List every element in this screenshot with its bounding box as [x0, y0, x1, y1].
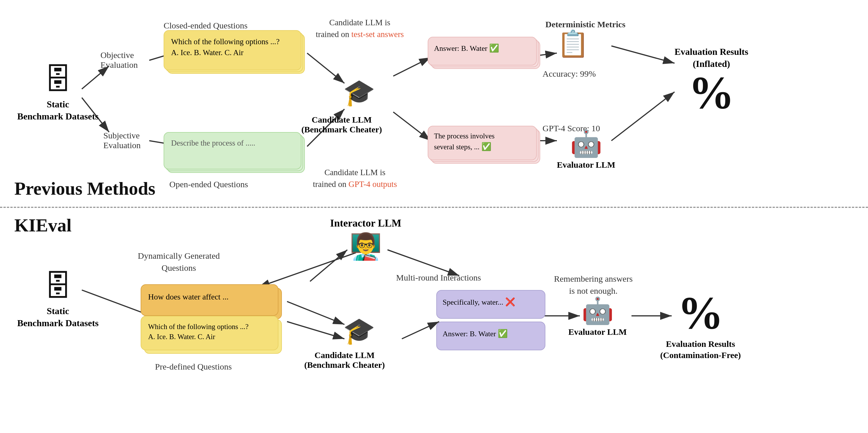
clipboard-icon: 📋	[557, 29, 589, 59]
static-db-top: 🗄 StaticBenchmark Datasets	[17, 63, 99, 122]
svg-line-19	[402, 321, 439, 339]
robot-area-top: 🤖 Evaluator LLM	[557, 129, 615, 170]
previous-methods-title: Previous Methods	[14, 178, 155, 199]
red-text-gpt4: GPT-4 outputs	[348, 180, 397, 189]
orange-card-text: How does water affect ...	[148, 292, 228, 301]
robot-icon-top: 🤖	[557, 129, 615, 159]
eval-results-label-top: Evaluation Results(Inflated)	[675, 46, 748, 70]
evaluator-llm-label-top: Evaluator LLM	[557, 160, 615, 170]
purple-card-text1: Specifically, water...	[443, 298, 503, 306]
candidate-llm-label-bottom: Candidate LLM(Benchmark Cheater)	[304, 350, 385, 370]
svg-line-8	[393, 57, 431, 76]
robot-icon-bottom: 🤖	[568, 296, 627, 326]
cross-icon: ❌	[505, 298, 515, 306]
grad-icon-bottom: 🎓	[343, 316, 375, 346]
kieval-title: KIEval	[14, 215, 71, 236]
red-text-test-set: test-set answers	[351, 30, 404, 39]
clipboard-area: 📋	[557, 29, 589, 59]
remembering-label: Remembering answersis not enough.	[554, 273, 632, 297]
teacher-icon: 👨‍🏫	[330, 231, 401, 261]
eval-results-area-top: Evaluation Results(Inflated) %	[675, 46, 748, 116]
static-db-bottom: 🗄 StaticBenchmark Datasets	[17, 270, 99, 329]
pink-card-text1: Answer: B. Water	[434, 44, 487, 53]
objective-eval-label: ObjectiveEvaluation	[100, 50, 138, 70]
svg-line-6	[307, 53, 344, 83]
svg-line-18	[287, 302, 344, 324]
static-label-top: StaticBenchmark Datasets	[17, 98, 99, 122]
purple-card-text2: Answer: B. Water	[443, 330, 496, 338]
static-label-bottom: StaticBenchmark Datasets	[17, 305, 99, 329]
eval-results-area-bottom: % Evaluation Results(Contamination-Free)	[660, 290, 741, 361]
interactor-llm-label: Interactor LLM	[330, 217, 401, 229]
open-ended-label: Open-ended Questions	[169, 180, 248, 189]
check-icon-bottom2: ✅	[498, 329, 508, 338]
grad-icon-top: 🎓	[343, 78, 375, 108]
check-icon-top: ✅	[489, 44, 499, 53]
green-card-text: Describe the process of .....	[171, 139, 255, 147]
db-icon-bottom: 🗄	[17, 270, 99, 303]
subjective-eval-label: SubjectiveEvaluation	[103, 131, 141, 150]
accuracy-label: Accuracy: 99%	[542, 69, 596, 79]
svg-line-9	[393, 112, 431, 141]
eval-results-label-bottom: Evaluation Results(Contamination-Free)	[660, 338, 741, 361]
svg-line-12	[611, 46, 675, 63]
multi-round-label: Multi-round Interactions	[396, 273, 481, 282]
grad-hat-top: 🎓	[343, 78, 375, 108]
check-icon-bottom: ✅	[482, 142, 491, 151]
dynamic-questions-label: Dynamically GeneratedQuestions	[138, 250, 220, 274]
interactor-llm-area: Interactor LLM 👨‍🏫	[330, 217, 401, 261]
section-divider	[0, 207, 868, 208]
candidate-llm-label-top: Candidate LLM(Benchmark Cheater)	[301, 115, 382, 134]
svg-line-13	[611, 92, 675, 141]
robot-area-bottom: 🤖 Evaluator LLM	[568, 296, 627, 337]
closed-ended-label: Closed-ended Questions	[164, 21, 247, 30]
yellow-card-b-text: Which of the following options ...?A. Ic…	[148, 323, 249, 341]
db-icon-top: 🗄	[17, 63, 99, 96]
predefined-label: Pre-defined Questions	[155, 362, 231, 372]
grad-hat-bottom: 🎓	[343, 316, 375, 346]
trained-test-set-label: Candidate LLM istrained on test-set answ…	[316, 17, 404, 40]
percent-icon-bottom: %	[660, 290, 741, 336]
svg-line-15	[287, 321, 344, 339]
evaluator-llm-label-bottom: Evaluator LLM	[568, 327, 627, 337]
trained-gpt4-label: Candidate LLM istrained on GPT-4 outputs	[313, 166, 397, 190]
yellow-card-text: Which of the following options ...?A. Ic…	[171, 37, 280, 57]
deterministic-metrics-label: Deterministic Metrics	[546, 20, 625, 29]
percent-icon-top: %	[675, 70, 748, 116]
